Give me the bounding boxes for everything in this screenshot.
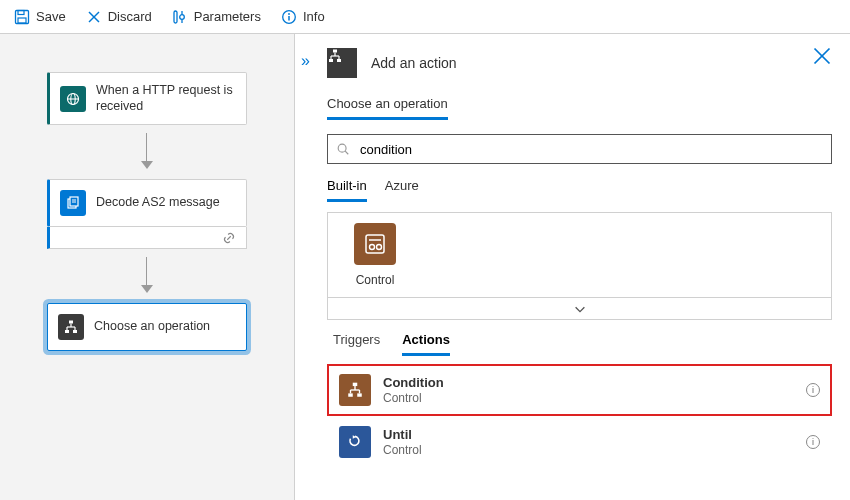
- discard-button[interactable]: Discard: [78, 5, 160, 29]
- control-connector-icon: [354, 223, 396, 265]
- panel-title: Add an action: [371, 55, 457, 71]
- action-title: Until: [383, 427, 422, 443]
- svg-rect-30: [337, 59, 341, 62]
- svg-point-10: [288, 13, 290, 15]
- action-subtitle: Control: [383, 391, 444, 405]
- svg-rect-19: [69, 321, 73, 324]
- save-button[interactable]: Save: [6, 5, 74, 29]
- parameters-button[interactable]: Parameters: [164, 5, 269, 29]
- flow-node-label: Decode AS2 message: [96, 195, 220, 211]
- flow-node-label: When a HTTP request is received: [96, 83, 236, 114]
- svg-rect-2: [18, 18, 26, 23]
- document-stack-icon: [60, 190, 86, 216]
- svg-rect-37: [366, 235, 384, 253]
- connector-label: Control: [356, 273, 395, 287]
- svg-point-38: [370, 245, 375, 250]
- http-trigger-icon: [60, 86, 86, 112]
- action-title: Condition: [383, 375, 444, 391]
- workflow-icon: [58, 314, 84, 340]
- info-icon: [281, 9, 297, 25]
- discard-label: Discard: [108, 9, 152, 24]
- discard-icon: [86, 9, 102, 25]
- action-item-until[interactable]: Until Control i: [327, 416, 832, 468]
- search-input[interactable]: [358, 141, 823, 158]
- flow-node-choose-operation[interactable]: Choose an operation: [47, 303, 247, 351]
- svg-point-35: [338, 144, 346, 152]
- svg-rect-5: [174, 11, 177, 23]
- action-subtitle: Control: [383, 443, 422, 457]
- flow-node-decode-as2[interactable]: Decode AS2 message: [47, 179, 247, 227]
- tab-triggers[interactable]: Triggers: [333, 332, 380, 356]
- flow-node-footer[interactable]: [47, 227, 247, 249]
- search-icon: [336, 142, 350, 156]
- scope-tablist: Built-in Azure: [327, 178, 832, 202]
- action-item-condition[interactable]: Condition Control i: [327, 364, 832, 416]
- designer-canvas[interactable]: When a HTTP request is received Decode A…: [0, 34, 295, 500]
- svg-line-36: [345, 151, 348, 154]
- link-icon: [222, 231, 236, 245]
- search-box[interactable]: [327, 134, 832, 164]
- action-info-button[interactable]: i: [806, 435, 820, 449]
- svg-rect-43: [357, 393, 362, 396]
- info-label: Info: [303, 9, 325, 24]
- workflow-icon: [327, 48, 357, 78]
- scope-tab-azure[interactable]: Azure: [385, 178, 419, 202]
- flow-node-label: Choose an operation: [94, 319, 210, 335]
- svg-point-39: [377, 245, 382, 250]
- until-icon: [339, 426, 371, 458]
- command-bar: Save Discard Parameters Info: [0, 0, 850, 34]
- action-info-button[interactable]: i: [806, 383, 820, 397]
- close-panel-button[interactable]: [812, 46, 832, 69]
- condition-icon: [339, 374, 371, 406]
- action-panel: » Add an action Choose an operation Buil…: [295, 34, 850, 500]
- svg-rect-20: [65, 330, 69, 333]
- save-icon: [14, 9, 30, 25]
- info-button[interactable]: Info: [273, 5, 333, 29]
- action-list: Condition Control i Until Control i: [327, 364, 832, 468]
- parameters-label: Parameters: [194, 9, 261, 24]
- svg-rect-41: [353, 383, 358, 386]
- svg-rect-28: [333, 50, 337, 53]
- scope-tab-builtin[interactable]: Built-in: [327, 178, 367, 202]
- section-heading: Choose an operation: [327, 96, 448, 120]
- connector-arrow: [140, 133, 154, 171]
- svg-point-6: [179, 14, 184, 19]
- close-icon: [812, 46, 832, 66]
- save-label: Save: [36, 9, 66, 24]
- flow-node-trigger[interactable]: When a HTTP request is received: [47, 72, 247, 125]
- connector-arrow: [140, 257, 154, 295]
- svg-rect-21: [73, 330, 77, 333]
- connector-gallery: Control: [327, 212, 832, 320]
- expand-gallery-button[interactable]: [328, 297, 831, 319]
- connector-control[interactable]: Control: [340, 223, 410, 287]
- tab-actions[interactable]: Actions: [402, 332, 450, 356]
- trigger-action-tablist: Triggers Actions: [333, 332, 832, 356]
- collapse-panel-button[interactable]: »: [301, 52, 310, 70]
- parameters-icon: [172, 9, 188, 25]
- svg-rect-42: [348, 393, 353, 396]
- svg-rect-29: [329, 59, 333, 62]
- chevron-down-icon: [573, 302, 587, 316]
